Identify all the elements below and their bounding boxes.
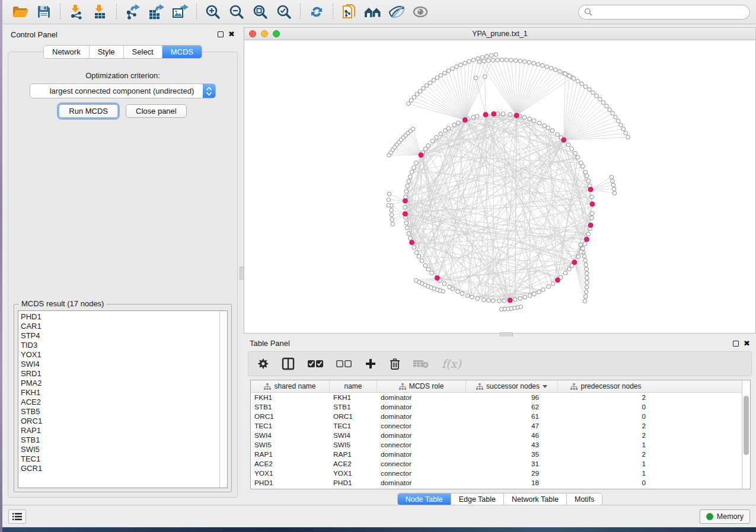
tab-mcds[interactable]: MCDS bbox=[162, 46, 202, 58]
column-header-name[interactable]: name bbox=[330, 380, 377, 392]
cell-successor_nodes: 43 bbox=[466, 441, 558, 449]
table-row[interactable]: TEC1TEC1connector472 bbox=[251, 421, 742, 431]
table-options-gear-icon[interactable] bbox=[257, 358, 269, 370]
control-panel: Control Panel ✖ NetworkStyleSelectMCDS O… bbox=[5, 27, 240, 505]
table-row[interactable]: ORC1ORC1dominator610 bbox=[251, 412, 742, 421]
column-visibility-icon[interactable] bbox=[282, 357, 295, 370]
cell-shared_name: FKH1 bbox=[251, 393, 330, 402]
zoom-out-icon[interactable] bbox=[225, 2, 248, 22]
close-table-panel-icon[interactable]: ✖ bbox=[744, 341, 750, 347]
tab-node-table[interactable]: Node Table bbox=[398, 493, 451, 505]
mcds-result-item[interactable]: YOX1 bbox=[21, 350, 217, 360]
mcds-result-item[interactable]: TEC1 bbox=[21, 454, 217, 464]
save-session-icon[interactable] bbox=[32, 2, 56, 22]
mcds-result-item[interactable]: RAP1 bbox=[21, 426, 217, 435]
table-row[interactable]: SWI5SWI5connector431 bbox=[251, 440, 742, 450]
close-panel-button[interactable]: Close panel bbox=[126, 104, 187, 118]
import-table-icon[interactable] bbox=[88, 2, 112, 22]
mcds-result-item[interactable]: GCR1 bbox=[21, 464, 217, 473]
mcds-result-item[interactable]: SWI4 bbox=[21, 360, 217, 369]
mcds-result-item[interactable]: PMA2 bbox=[21, 379, 217, 388]
close-panel-icon[interactable]: ✖ bbox=[228, 31, 235, 37]
task-history-button[interactable] bbox=[8, 509, 26, 524]
run-mcds-button[interactable]: Run MCDS bbox=[59, 104, 118, 118]
table-scrollbar[interactable] bbox=[742, 380, 750, 489]
function-builder-icon[interactable]: f(x) bbox=[442, 357, 461, 370]
refresh-icon[interactable] bbox=[305, 2, 328, 22]
float-panel-icon[interactable] bbox=[218, 31, 224, 37]
mcds-tab-content: NetworkStyleSelectMCDS Optimization crit… bbox=[8, 52, 238, 498]
memory-label: Memory bbox=[717, 512, 744, 521]
mcds-result-item[interactable]: STB1 bbox=[21, 435, 217, 445]
select-stepper-icon bbox=[203, 84, 215, 98]
tab-edge-table[interactable]: Edge Table bbox=[451, 493, 504, 505]
toolbar-separator bbox=[116, 4, 117, 20]
zoom-selected-icon[interactable] bbox=[272, 2, 296, 22]
tab-style[interactable]: Style bbox=[90, 46, 124, 58]
search-field[interactable] bbox=[578, 5, 750, 20]
network-canvas[interactable] bbox=[244, 40, 755, 333]
table-scrollbar-thumb[interactable] bbox=[744, 396, 749, 455]
mcds-result-item[interactable]: STB5 bbox=[21, 407, 217, 416]
select-all-checkboxes-icon[interactable] bbox=[308, 360, 323, 368]
table-row[interactable]: STB1STB1dominator620 bbox=[251, 402, 742, 412]
first-neighbors-icon[interactable] bbox=[361, 2, 385, 22]
mcds-result-list[interactable]: PHD1CAR1STP4TID3YOX1SWI4SRD1PMA2FKH1ACE2… bbox=[18, 310, 228, 488]
table-row[interactable]: RAP1RAP1dominator352 bbox=[251, 450, 742, 459]
tab-network-table[interactable]: Network Table bbox=[504, 493, 567, 505]
memory-button[interactable]: Memory bbox=[700, 509, 750, 524]
cell-name: YOX1 bbox=[330, 469, 377, 477]
cell-mcds_role: dominator bbox=[377, 393, 466, 402]
deselect-all-checkboxes-icon[interactable] bbox=[336, 360, 352, 368]
cell-shared_name: PHD1 bbox=[251, 479, 330, 487]
mcds-list-scrollbar[interactable] bbox=[219, 311, 227, 488]
table-row[interactable]: YOX1YOX1connector291 bbox=[251, 469, 742, 478]
export-image-icon[interactable] bbox=[168, 2, 192, 22]
optimization-criterion-select[interactable]: largest connected component (undirected) bbox=[30, 84, 216, 98]
open-file-icon[interactable] bbox=[8, 2, 32, 22]
delete-table-icon[interactable] bbox=[413, 359, 429, 368]
cell-successor_nodes: 35 bbox=[466, 450, 558, 459]
table-row[interactable]: SWI4SWI4dominator462 bbox=[251, 431, 742, 440]
table-row[interactable]: FKH1FKH1dominator962 bbox=[251, 393, 742, 402]
cell-predecessor_nodes: 1 bbox=[558, 469, 654, 477]
zoom-fit-icon[interactable] bbox=[248, 2, 272, 22]
mcds-result-item[interactable]: FKH1 bbox=[21, 388, 217, 398]
optimization-criterion-label: Optimization criterion: bbox=[8, 71, 237, 80]
mcds-result-group: MCDS result (17 nodes) PHD1CAR1STP4TID3Y… bbox=[14, 304, 232, 492]
node-table: shared namenameMCDS rolesuccessor nodesp… bbox=[250, 380, 751, 489]
cell-shared_name: SWI4 bbox=[251, 431, 330, 440]
cell-mcds_role: dominator bbox=[377, 479, 466, 487]
add-column-icon[interactable] bbox=[365, 358, 377, 370]
column-header-MCDS-role[interactable]: MCDS role bbox=[377, 380, 466, 392]
import-network-icon[interactable] bbox=[65, 2, 88, 22]
show-all-icon[interactable] bbox=[409, 2, 432, 22]
column-header-successor-nodes[interactable]: successor nodes bbox=[466, 380, 558, 392]
new-network-from-selection-icon[interactable] bbox=[337, 2, 361, 22]
mcds-result-item[interactable]: ORC1 bbox=[21, 416, 217, 426]
search-input[interactable] bbox=[595, 8, 744, 16]
mcds-result-item[interactable]: PHD1 bbox=[21, 312, 217, 322]
network-window-titlebar[interactable]: YPA_prune.txt_1 bbox=[244, 28, 755, 40]
export-network-icon[interactable] bbox=[121, 2, 145, 22]
tab-motifs[interactable]: Motifs bbox=[567, 493, 602, 505]
table-row[interactable]: ACE2ACE2connector311 bbox=[251, 459, 742, 469]
tab-network[interactable]: Network bbox=[44, 46, 90, 58]
mcds-result-item[interactable]: SWI5 bbox=[21, 445, 217, 454]
delete-column-icon[interactable] bbox=[390, 358, 400, 370]
export-table-icon[interactable] bbox=[145, 2, 168, 22]
hide-selected-icon[interactable] bbox=[385, 2, 409, 22]
mcds-result-item[interactable]: ACE2 bbox=[21, 398, 217, 407]
column-header-predecessor-nodes[interactable]: predecessor nodes bbox=[558, 380, 654, 392]
float-table-panel-icon[interactable] bbox=[733, 341, 739, 347]
mcds-result-item[interactable]: STP4 bbox=[21, 331, 217, 341]
mcds-result-item[interactable]: SRD1 bbox=[21, 369, 217, 379]
zoom-in-icon[interactable] bbox=[201, 2, 225, 22]
column-header-shared-name[interactable]: shared name bbox=[251, 380, 330, 392]
table-row[interactable]: PHD1PHD1dominator180 bbox=[251, 478, 742, 488]
tab-select[interactable]: Select bbox=[124, 46, 162, 58]
mcds-result-item[interactable]: CAR1 bbox=[21, 322, 217, 331]
mcds-result-item[interactable]: TID3 bbox=[21, 341, 217, 350]
cell-predecessor_nodes: 0 bbox=[558, 412, 654, 421]
control-panel-title: Control Panel bbox=[11, 30, 58, 39]
